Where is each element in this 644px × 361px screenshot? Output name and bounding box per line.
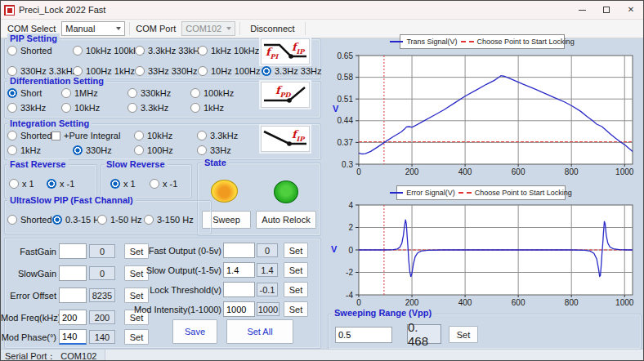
- radio-pip-100-1k[interactable]: 100Hz 1kHz: [73, 66, 135, 76]
- radio-integ-100hz[interactable]: 100Hz: [134, 145, 197, 155]
- maximize-button[interactable]: [594, 1, 619, 19]
- lock-point-line-sample: [461, 41, 474, 42]
- lock-threshold-input[interactable]: [223, 282, 255, 297]
- mod-intensity-input[interactable]: [223, 301, 255, 317]
- slow-output-input[interactable]: [223, 262, 255, 278]
- minimize-button[interactable]: [570, 1, 594, 19]
- radio-diff-100khz[interactable]: 100kHz: [190, 88, 256, 98]
- radio-ultraslow-3-150hz[interactable]: 3-150 Hz: [144, 215, 194, 225]
- svg-text:1000: 1000: [615, 167, 634, 176]
- radio-integ-3k3hz[interactable]: 3.3kHz: [197, 131, 262, 140]
- disconnect-button[interactable]: Disconnect: [244, 21, 300, 36]
- mod-intensity-label: Mod Intensity(1-1000): [130, 305, 221, 314]
- set-all-button[interactable]: Set All: [226, 319, 293, 344]
- checkbox-pure-integral[interactable]: +Pure Integral: [51, 131, 134, 140]
- radio-pip-33-330[interactable]: 33Hz 330Hz: [135, 66, 198, 76]
- svg-text:200: 200: [405, 298, 419, 307]
- radio-fast-reverse-x-1[interactable]: x -1: [47, 179, 74, 189]
- radio-fast-reverse-x1[interactable]: x 1: [9, 179, 47, 189]
- error-signal-chart[interactable]: 02004006008001000-4-2024: [359, 205, 633, 295]
- mod-intensity-set-button[interactable]: Set: [284, 301, 308, 317]
- auto-relock-button[interactable]: Auto Relock: [256, 211, 316, 229]
- radio-pip-1k-10k[interactable]: 1kHz 10kHz: [198, 46, 262, 56]
- radio-icon: [150, 179, 159, 189]
- radio-diff-330khz[interactable]: 330kHz: [127, 88, 190, 98]
- radio-icon: [73, 46, 83, 56]
- radio-ultraslow-03-15hz[interactable]: 0.3-15 Hz: [52, 215, 97, 225]
- save-button[interactable]: Save: [172, 319, 217, 344]
- radio-integ-10khz[interactable]: 10kHz: [134, 131, 197, 140]
- serial-port-status: Serial Port： COM102: [1, 350, 105, 361]
- fast-output-set-button[interactable]: Set: [284, 243, 308, 258]
- radio-ultraslow-shorted[interactable]: Shorted: [7, 215, 52, 225]
- radio-diff-1mhz[interactable]: 1MHz: [61, 88, 127, 98]
- fast-output-input[interactable]: [223, 243, 255, 258]
- slow-output-readout: 1.4: [257, 263, 278, 277]
- radio-icon: [135, 66, 145, 76]
- radio-slow-reverse-x1[interactable]: x 1: [110, 179, 150, 189]
- error-offset-label: Error Offset: [1, 291, 56, 301]
- trans-signal-chart[interactable]: 020040060080010000.30.370.440.510.580.65: [359, 56, 633, 164]
- radio-diff-short[interactable]: Short: [7, 88, 61, 98]
- trans-signal-line-sample: [390, 41, 403, 42]
- mod-phase-set-button[interactable]: Set: [124, 329, 149, 345]
- radio-integ-shorted[interactable]: Shorted: [7, 131, 51, 140]
- svg-text:0.3: 0.3: [342, 160, 353, 169]
- radio-diff-33khz[interactable]: 33kHz: [7, 103, 61, 113]
- integ-row-2: 1kHz 330Hz 100Hz 33Hz: [7, 143, 262, 158]
- svg-text:0: 0: [356, 298, 361, 307]
- radio-label: 10kHz: [147, 131, 172, 140]
- state-title: State: [202, 158, 229, 167]
- radio-ultraslow-1-50hz[interactable]: 1-50 Hz: [97, 215, 144, 225]
- svg-text:600: 600: [512, 167, 525, 176]
- radio-icon: [135, 46, 145, 56]
- svg-text:200: 200: [405, 167, 419, 176]
- com-port-dropdown[interactable]: COM102: [181, 21, 235, 36]
- radio-slow-reverse-x-1[interactable]: x -1: [150, 179, 177, 189]
- radio-pip-10-100[interactable]: 10Hz 100Hz: [198, 66, 262, 76]
- radio-pip-10k-100k[interactable]: 10kHz 100kHz: [73, 46, 135, 56]
- sweeping-range-set-button[interactable]: Set: [449, 326, 478, 343]
- app-icon: [4, 5, 15, 16]
- sweeping-range-input[interactable]: [335, 327, 392, 343]
- close-button[interactable]: ✕: [619, 1, 643, 19]
- ultraslow-row: Shorted 0.3-15 Hz 1-50 Hz 3-150 Hz: [7, 212, 194, 227]
- error-offset-input[interactable]: [59, 287, 87, 303]
- svg-text:800: 800: [565, 167, 579, 176]
- radio-icon: [7, 66, 17, 76]
- title-bar: Preci_Lock 2022 Fast ✕: [1, 1, 643, 20]
- radio-integ-1khz[interactable]: 1kHz: [7, 145, 73, 155]
- com-select-label: COM Select: [6, 24, 57, 33]
- com-select-dropdown[interactable]: Manual: [61, 21, 125, 36]
- ultraslow-pip-title: UltraSlow PIP (Fast Channal): [7, 195, 136, 205]
- radio-diff-10khz[interactable]: 10kHz: [61, 103, 127, 113]
- fastgain-readout: 0: [89, 244, 115, 258]
- radio-label: 10Hz 100Hz: [211, 66, 261, 76]
- radio-integ-330hz[interactable]: 330Hz: [73, 145, 134, 155]
- radio-diff-3k3hz[interactable]: 3.3kHz: [127, 103, 190, 113]
- chevron-down-icon: [226, 27, 231, 30]
- mod-phase-input[interactable]: [59, 329, 87, 345]
- svg-text:400: 400: [458, 167, 472, 176]
- svg-text:0.58: 0.58: [338, 73, 354, 82]
- lock-threshold-set-button[interactable]: Set: [284, 282, 308, 297]
- slow-output-set-button[interactable]: Set: [284, 262, 308, 278]
- radio-icon: [198, 66, 208, 76]
- lock-threshold-readout: -0.1: [257, 283, 278, 296]
- radio-pip-330-3k3[interactable]: 330Hz 3.3kHz: [7, 66, 73, 76]
- fastgain-input[interactable]: [59, 243, 87, 259]
- fast-output-label: Fast Output (0-5v): [130, 246, 221, 256]
- radio-integ-33hz[interactable]: 33Hz: [197, 145, 262, 155]
- slowgain-input[interactable]: [59, 265, 87, 281]
- mod-phase-label: Mod Phase(°): [1, 332, 56, 342]
- window-controls: ✕: [570, 1, 643, 19]
- radio-icon: [127, 103, 137, 113]
- status-bar: Serial Port： COM102: [1, 349, 643, 361]
- radio-diff-1khz[interactable]: 1kHz: [190, 103, 256, 113]
- radio-pip-shorted[interactable]: Shorted: [7, 46, 73, 56]
- radio-pip-3k3-33k[interactable]: 3.3kHz 33kHz: [135, 46, 198, 56]
- mod-freq-input[interactable]: [59, 310, 87, 325]
- radio-pip-3hz3-33hz[interactable]: 3.3Hz 33Hz: [262, 66, 320, 76]
- diff-row-1: Short 1MHz 330kHz 100kHz: [7, 86, 256, 100]
- radio-icon: [73, 66, 83, 76]
